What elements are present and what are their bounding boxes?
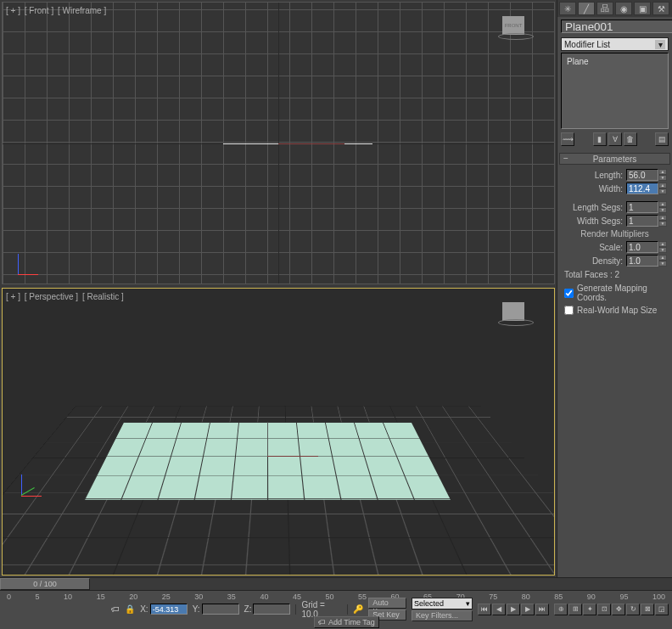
viewcube-front[interactable]: FRONT [498,16,529,47]
viewcube-face[interactable] [502,302,524,321]
goto-end-button[interactable]: ⏭ [535,604,549,615]
goto-start-button[interactable]: ⏮ [478,604,491,615]
unique-icon: ∀ [613,135,618,143]
ruler-tick: 75 [489,592,497,601]
width-input[interactable] [626,183,658,194]
configure-sets-button[interactable]: ▤ [655,132,669,146]
length-segs-spinner[interactable]: ▲▼ [626,201,667,213]
length-spinner[interactable]: ▲▼ [626,169,667,181]
selection-lock-icon[interactable]: 🏷 [111,604,120,614]
width-label: Width: [599,184,623,194]
timeline[interactable]: 0 / 100 [0,577,672,591]
tab-utilities[interactable]: ⚒ [652,2,669,15]
scale-spinner[interactable]: ▲▼ [626,241,667,253]
y-label: Y: [193,604,200,614]
viewport-name[interactable]: [ Front ] [25,6,53,15]
tab-display[interactable]: ▣ [634,2,651,15]
next-frame-button[interactable]: ▶ [521,604,535,615]
key-filters-button[interactable]: Key Filters... [412,610,473,621]
viewport-perspective-label[interactable]: [ + ] [ Perspective ] [ Realistic ] [6,292,126,301]
spinner-down-icon[interactable]: ▼ [658,175,667,181]
x-label: X: [140,604,148,614]
spinner-up-icon[interactable]: ▲ [658,169,667,175]
tab-modify[interactable]: ╱ [578,2,595,15]
show-end-result-button[interactable]: ▮ [593,132,607,146]
viewcube-face[interactable]: FRONT [502,16,524,35]
play-button[interactable]: ▶ [507,604,520,615]
viewcube-ring[interactable] [498,319,534,326]
parameters-rollout: − Parameters Length: ▲▼ Width: ▲▼ [559,153,670,320]
length-segs-input[interactable] [626,201,658,213]
viewport-front-label[interactable]: [ + ] [ Front ] [ Wireframe ] [6,6,108,15]
density-input[interactable] [626,255,658,267]
ruler-tick: 55 [358,592,367,601]
nav-button-4[interactable]: ⊡ [597,604,611,615]
spinner-up-icon[interactable]: ▲ [658,241,667,247]
z-coord-input[interactable] [253,604,290,615]
modifier-stack[interactable]: Plane [561,53,669,129]
tab-create[interactable]: ✳ [559,2,576,15]
prev-frame-button[interactable]: ◀ [492,604,506,615]
spinner-up-icon[interactable]: ▲ [658,215,667,221]
tab-motion[interactable]: ◉ [615,2,632,15]
spinner-down-icon[interactable]: ▼ [658,221,667,227]
motion-icon: ◉ [620,4,628,14]
scale-input[interactable] [626,241,658,253]
nav-button-6[interactable]: ↻ [626,604,640,615]
width-spinner[interactable]: ▲▼ [626,183,667,194]
lock-icon[interactable]: 🔒 [125,604,135,614]
ruler-tick: 100 [652,592,665,601]
nav-button-5[interactable]: ✥ [612,604,625,615]
spinner-down-icon[interactable]: ▼ [658,188,667,194]
width-segs-input[interactable] [626,215,658,227]
length-label: Length: [595,171,623,180]
viewport-front[interactable]: [ + ] [ Front ] [ Wireframe ] FRONT [2,2,555,284]
y-coord-input[interactable] [202,604,239,615]
nav-button-7[interactable]: ⊠ [641,604,654,615]
modifier-list-dropdown[interactable]: Modifier List ▾ [561,37,669,51]
spinner-up-icon[interactable]: ▲ [658,201,667,207]
configure-icon: ▤ [658,135,666,143]
viewport-mode[interactable]: [ Realistic ] [82,292,124,301]
pin-stack-button[interactable]: ⟿ [561,132,574,146]
nav-button-1[interactable]: ⊕ [554,604,568,615]
chevron-down-icon: ▾ [466,599,470,608]
generate-mapping-checkbox[interactable] [564,289,574,298]
remove-modifier-button[interactable]: 🗑 [624,132,637,146]
make-unique-button[interactable]: ∀ [608,132,622,146]
plane-object[interactable] [84,422,451,499]
nav-button-2[interactable]: ⊞ [568,604,582,615]
spinner-up-icon[interactable]: ▲ [658,183,667,188]
nav-button-8[interactable]: ◲ [655,604,669,615]
key-filter-dropdown[interactable]: Selected ▾ [412,598,473,609]
spinner-up-icon[interactable]: ▲ [658,255,667,261]
bottom-bar: 0 / 100 05101520253035404550556065707580… [0,577,672,629]
modifier-stack-item[interactable]: Plane [567,56,663,67]
pin-icon: ⟿ [563,135,574,143]
add-time-tag-button[interactable]: 🏷 Add Time Tag [314,616,379,628]
spinner-down-icon[interactable]: ▼ [658,207,667,213]
key-icon[interactable]: 🔑 [353,604,363,614]
parameters-header[interactable]: − Parameters [559,153,670,165]
viewport-menu-icon[interactable]: [ + ] [6,292,20,301]
length-input[interactable] [626,169,658,181]
auto-key-button[interactable]: Auto Key [368,598,406,609]
viewport-name[interactable]: [ Perspective ] [25,292,78,301]
spinner-down-icon[interactable]: ▼ [658,247,667,253]
width-segs-spinner[interactable]: ▲▼ [626,215,667,227]
viewport-menu-icon[interactable]: [ + ] [6,6,20,15]
spinner-down-icon[interactable]: ▼ [658,261,667,267]
viewport-mode[interactable]: [ Wireframe ] [58,6,106,15]
viewport-perspective[interactable]: [ + ] [ Perspective ] [ Realistic ] [2,288,555,576]
x-coord-input[interactable] [150,604,188,615]
viewport-nav-controls: ⊕ ⊞ ✦ ⊡ ✥ ↻ ⊠ ◲ [554,604,669,615]
density-spinner[interactable]: ▲▼ [626,255,667,267]
tab-hierarchy[interactable]: 品 [596,2,613,15]
time-slider[interactable]: 0 / 100 [0,578,90,590]
nav-button-3[interactable]: ✦ [583,604,596,615]
real-world-checkbox[interactable] [564,306,574,315]
object-name-field[interactable] [561,20,672,33]
plane-edge-front-red [278,143,344,144]
ruler-tick: 5 [36,592,40,601]
viewcube-perspective[interactable] [498,302,529,333]
